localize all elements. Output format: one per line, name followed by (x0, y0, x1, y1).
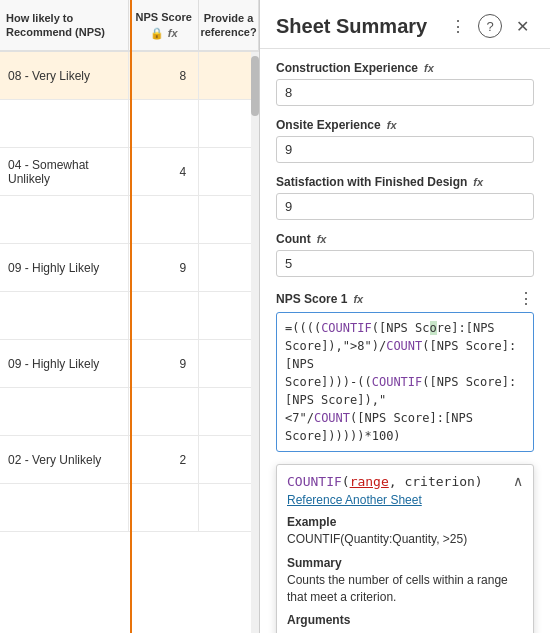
fx-icon-count: fx (317, 233, 327, 245)
field-count: Count fx (276, 232, 534, 277)
field-label-onsite: Onsite Experience fx (276, 118, 534, 132)
summary-text: Counts the number of cells within a rang… (287, 572, 523, 606)
autocomplete-header: COUNTIF(range, criterion) ∧ (287, 473, 523, 489)
field-input-onsite[interactable] (276, 136, 534, 163)
cell-b9[interactable]: 2 (129, 436, 199, 483)
cell-b6[interactable] (129, 292, 199, 339)
nps-score-header: NPS Score 1 fx ⋮ (276, 289, 534, 308)
lock-icon: 🔒 (150, 26, 164, 40)
cell-a6[interactable] (0, 292, 129, 339)
field-label-construction: Construction Experience fx (276, 61, 534, 75)
panel-header-icons: ⋮ ? ✕ (446, 14, 534, 38)
arguments-title: Arguments (287, 613, 523, 627)
fx-icon-construction: fx (424, 62, 434, 74)
fx-icon-nps: fx (353, 293, 363, 305)
cell-a8[interactable] (0, 388, 129, 435)
nps-score-label: NPS Score 1 fx (276, 292, 363, 306)
summary-title: Summary (287, 556, 523, 570)
field-nps-score-1: NPS Score 1 fx ⋮ =((((COUNTIF([NPS Score… (276, 289, 534, 452)
reference-another-sheet-link[interactable]: Reference Another Sheet (287, 493, 523, 507)
fx-col-icon: fx (168, 26, 178, 40)
collapse-autocomplete-button[interactable]: ∧ (513, 473, 523, 489)
col-header-nps-score: NPS Score 🔒 fx (129, 0, 199, 50)
fx-icon-satisfaction: fx (473, 176, 483, 188)
autocomplete-popup: COUNTIF(range, criterion) ∧ Reference An… (276, 464, 534, 633)
cell-a9[interactable]: 02 - Very Unlikely (0, 436, 129, 483)
cell-a4[interactable] (0, 196, 129, 243)
scrollbar-thumb[interactable] (251, 56, 259, 116)
orange-column-indicator (130, 0, 132, 633)
nps-formula-box[interactable]: =((((COUNTIF([NPS Score]:[NPS Score]),">… (276, 312, 534, 452)
panel-header: Sheet Summary ⋮ ? ✕ (260, 0, 550, 49)
cell-b10[interactable] (129, 484, 199, 531)
vertical-scrollbar[interactable] (251, 52, 259, 633)
cell-b7[interactable]: 9 (129, 340, 199, 387)
cell-b3[interactable]: 4 (129, 148, 199, 195)
sheet-summary-panel: Sheet Summary ⋮ ? ✕ Construction Experie… (260, 0, 550, 633)
help-button[interactable]: ? (478, 14, 502, 38)
cell-a2[interactable] (0, 100, 129, 147)
example-title: Example (287, 515, 523, 529)
nps-more-options-button[interactable]: ⋮ (518, 289, 534, 308)
argument-range: range: The group of cells to count. (301, 629, 523, 633)
field-construction-experience: Construction Experience fx (276, 61, 534, 106)
cell-b5[interactable]: 9 (129, 244, 199, 291)
example-text: COUNTIF(Quantity:Quantity, >25) (287, 531, 523, 548)
cell-a3[interactable]: 04 - Somewhat Unlikely (0, 148, 129, 195)
field-input-count[interactable] (276, 250, 534, 277)
field-input-satisfaction[interactable] (276, 193, 534, 220)
field-onsite-experience: Onsite Experience fx (276, 118, 534, 163)
panel-content: Construction Experience fx Onsite Experi… (260, 49, 550, 633)
fx-icon-onsite: fx (387, 119, 397, 131)
field-label-satisfaction: Satisfaction with Finished Design fx (276, 175, 534, 189)
autocomplete-func-signature: COUNTIF(range, criterion) (287, 474, 483, 489)
cell-b2[interactable] (129, 100, 199, 147)
spreadsheet-panel: How likely to Recommend (NPS) NPS Score … (0, 0, 260, 633)
more-options-button[interactable]: ⋮ (446, 14, 470, 38)
col-header-provide-ref: Provide a reference? (199, 0, 259, 50)
cell-b4[interactable] (129, 196, 199, 243)
cell-a5[interactable]: 09 - Highly Likely (0, 244, 129, 291)
field-satisfaction: Satisfaction with Finished Design fx (276, 175, 534, 220)
cell-a7[interactable]: 09 - Highly Likely (0, 340, 129, 387)
field-input-construction[interactable] (276, 79, 534, 106)
arguments-list: range: The group of cells to count. crit… (287, 629, 523, 633)
cell-a10[interactable] (0, 484, 129, 531)
close-button[interactable]: ✕ (510, 14, 534, 38)
col-header-nps-recommend: How likely to Recommend (NPS) (0, 0, 129, 50)
cell-a1[interactable]: 08 - Very Likely (0, 52, 129, 99)
cell-b1[interactable]: 8 (129, 52, 199, 99)
field-label-count: Count fx (276, 232, 534, 246)
panel-title: Sheet Summary (276, 15, 446, 38)
cell-b8[interactable] (129, 388, 199, 435)
col-header-nps-icons: 🔒 fx (150, 26, 178, 40)
